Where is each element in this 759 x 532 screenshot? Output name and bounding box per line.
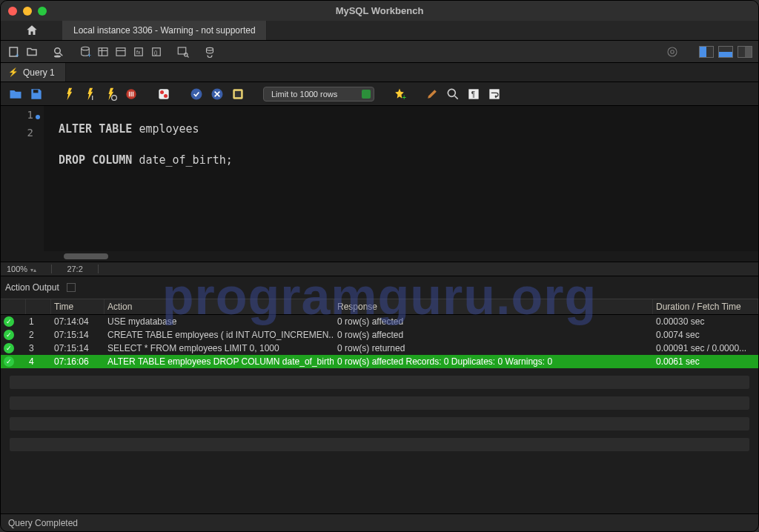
app-window: MySQL Workbench Local instance 3306 - Wa… <box>0 0 759 532</box>
execute-current-icon[interactable]: I <box>82 87 97 102</box>
col-status <box>1 299 26 314</box>
output-panel: Action Output Time Action Response Durat… <box>1 276 758 513</box>
output-type-select[interactable]: Action Output <box>5 282 76 293</box>
output-type-label: Action Output <box>5 282 59 293</box>
bolt-icon: ⚡ <box>8 67 19 77</box>
main-toolbar: + + fx () <box>1 41 758 63</box>
toggle-autocommit-icon[interactable] <box>156 87 171 102</box>
open-file-icon[interactable] <box>8 87 23 102</box>
svg-point-29 <box>448 89 455 96</box>
brush-icon[interactable] <box>425 87 440 102</box>
svg-point-4 <box>82 47 90 50</box>
commit-icon[interactable] <box>189 87 204 102</box>
action-output-table: Time Action Response Duration / Fetch Ti… <box>1 299 758 513</box>
svg-point-2 <box>55 47 61 53</box>
zoom-level[interactable]: 100% <box>7 265 36 273</box>
toggle-invisible-icon[interactable]: ¶ <box>466 87 481 102</box>
reconnect-icon[interactable] <box>202 44 217 59</box>
open-sql-file-icon[interactable] <box>24 44 39 59</box>
table-row[interactable]: 3 07:15:14 SELECT * FROM employees LIMIT… <box>1 342 758 355</box>
identifier: employees <box>139 122 199 136</box>
svg-point-23 <box>164 94 168 98</box>
home-icon <box>25 24 39 37</box>
create-schema-icon[interactable]: + <box>78 44 93 59</box>
col-action: Action <box>105 299 334 314</box>
svg-rect-17 <box>33 90 39 93</box>
row-limit-label: Limit to 1000 rows <box>271 90 337 99</box>
table-row[interactable]: 1 07:14:04 USE mydatabase 0 row(s) affec… <box>1 315 758 328</box>
svg-point-3 <box>54 55 61 57</box>
search-table-data-icon[interactable] <box>176 44 190 59</box>
new-sql-tab-icon[interactable]: + <box>7 44 21 59</box>
empty-row <box>10 376 749 389</box>
table-row[interactable]: 4 07:16:06 ALTER TABLE employees DROP CO… <box>1 355 758 368</box>
keyword: DROP <box>59 153 85 167</box>
connection-tab[interactable]: Local instance 3306 - Warning - not supp… <box>63 21 267 40</box>
keyword: ALTER <box>59 122 92 136</box>
success-icon <box>4 330 14 340</box>
create-function-icon[interactable]: () <box>149 44 164 59</box>
rollback-icon[interactable] <box>210 87 225 102</box>
query-tab-bar: ⚡ Query 1 <box>1 63 758 82</box>
empty-row <box>10 417 749 430</box>
svg-rect-21 <box>159 89 168 99</box>
create-view-icon[interactable] <box>113 44 128 59</box>
svg-text:+: + <box>16 51 19 59</box>
table-header-row: Time Action Response Duration / Fetch Ti… <box>1 299 758 315</box>
editor-status-strip: 100% 27:2 <box>1 262 758 276</box>
svg-rect-7 <box>116 47 125 56</box>
svg-point-16 <box>671 50 675 53</box>
svg-point-14 <box>207 47 213 50</box>
output-panel-header: Action Output <box>1 276 758 299</box>
svg-text:+: + <box>87 51 91 59</box>
connection-tab-label: Local instance 3306 - Warning - not supp… <box>73 25 256 36</box>
toggle-left-panel-icon[interactable] <box>699 46 714 58</box>
status-text: Query Completed <box>8 518 78 528</box>
query-tab-label: Query 1 <box>23 67 55 78</box>
success-icon <box>4 343 14 353</box>
stop-icon[interactable] <box>124 87 139 102</box>
scrollbar-thumb[interactable] <box>64 253 108 259</box>
col-duration: Duration / Fetch Time <box>653 299 758 314</box>
home-tab[interactable] <box>1 21 63 40</box>
svg-point-22 <box>160 90 164 94</box>
toggle-bottom-panel-icon[interactable] <box>718 46 733 58</box>
sql-editor[interactable]: 1 2 ALTER TABLE employees DROP COLUMN da… <box>1 106 758 251</box>
editor-hscrollbar[interactable] <box>1 251 758 262</box>
explain-icon[interactable] <box>103 87 118 102</box>
identifier: date_of_birth; <box>139 153 232 167</box>
svg-point-15 <box>668 47 677 56</box>
success-icon <box>4 316 14 327</box>
empty-row <box>10 396 749 410</box>
create-procedure-icon[interactable]: fx <box>131 44 146 59</box>
toggle-safe-updates-icon[interactable] <box>231 87 245 102</box>
svg-point-19 <box>112 95 117 100</box>
titlebar: MySQL Workbench <box>1 1 758 21</box>
svg-text:(): () <box>154 50 158 56</box>
execute-icon[interactable] <box>62 87 76 102</box>
col-time: Time <box>51 299 105 314</box>
svg-text:¶: ¶ <box>471 90 475 99</box>
settings-gear-icon[interactable] <box>665 44 680 59</box>
code-area[interactable]: ALTER TABLE employees DROP COLUMN date_o… <box>44 106 758 251</box>
find-icon[interactable] <box>445 87 460 102</box>
svg-text:I: I <box>92 94 94 102</box>
inspector-icon[interactable] <box>51 44 66 59</box>
row-limit-select[interactable]: Limit to 1000 rows <box>263 87 374 102</box>
editor-toolbar: I Limit to 1000 rows + ¶ <box>1 82 758 106</box>
table-row[interactable]: 2 07:15:14 CREATE TABLE employees ( id I… <box>1 328 758 342</box>
query-tab-1[interactable]: ⚡ Query 1 <box>1 63 66 82</box>
svg-rect-6 <box>99 47 107 56</box>
svg-rect-27 <box>235 90 241 96</box>
word-wrap-icon[interactable] <box>487 87 502 102</box>
toggle-right-panel-icon[interactable] <box>738 46 752 58</box>
col-response: Response <box>334 299 653 314</box>
keyword: TABLE <box>99 122 132 136</box>
save-file-icon[interactable] <box>29 87 44 102</box>
empty-row <box>10 438 749 451</box>
create-table-icon[interactable] <box>96 44 110 59</box>
bottom-status-bar: Query Completed <box>1 513 758 531</box>
beautify-icon[interactable]: + <box>392 87 407 102</box>
col-index <box>26 299 51 314</box>
connection-tab-bar: Local instance 3306 - Warning - not supp… <box>1 21 758 41</box>
